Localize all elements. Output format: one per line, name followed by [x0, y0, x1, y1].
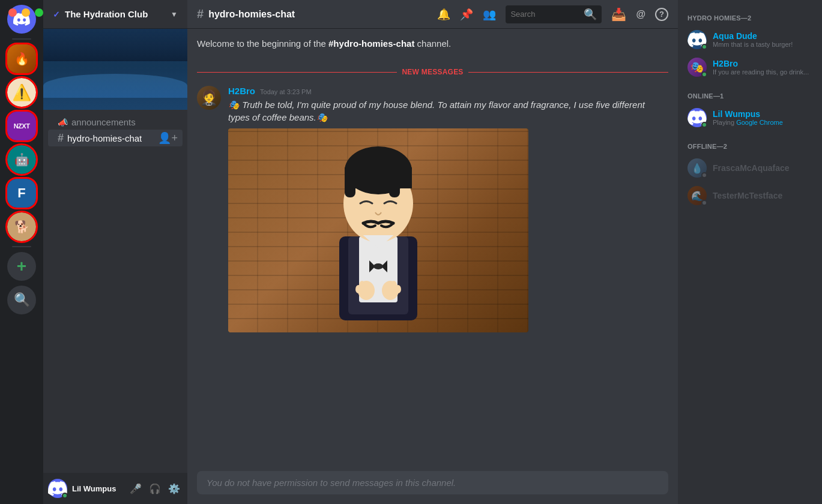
member-info: TesterMcTestface	[713, 191, 812, 200]
list-item[interactable]: 🎭 H2Bro If you are reading this, go drin…	[683, 54, 817, 80]
current-user-avatar	[48, 479, 67, 498]
main-chat-area: # hydro-homies-chat 🔔 📌 👥 🔍 📥 @ ?	[187, 0, 678, 504]
member-avatar-lil-wumpus	[688, 108, 707, 127]
server-divider	[12, 38, 31, 40]
channel-announcements[interactable]: 📣 announcements	[48, 115, 183, 129]
server-icon-nzxt[interactable]: NZXT	[7, 112, 36, 140]
channel-hydro-label: hydro-homies-chat	[67, 133, 142, 143]
member-info: Aqua Dude Mmm that is a tasty burger!	[713, 31, 812, 48]
server-sidebar: 🔥 ⚠️ NZXT 🤖 F 🐕 + 🔍	[0, 0, 43, 504]
chat-channel-title: # hydro-homies-chat	[197, 7, 295, 21]
message-header: H2Bro Today at 3:23 PM	[228, 86, 668, 96]
user-area: Lil Wumpus 🎤 🎧 ⚙️	[43, 473, 187, 504]
chat-messages: Welcome to the beginning of the #hydro-h…	[187, 29, 678, 466]
server-nzxt-label: NZXT	[14, 122, 30, 130]
welcome-text: Welcome to the beginning of the #hydro-h…	[197, 38, 668, 49]
help-button[interactable]: ?	[655, 8, 668, 21]
member-name: Lil Wumpus	[713, 109, 812, 119]
welcome-message: Welcome to the beginning of the #hydro-h…	[197, 38, 668, 58]
member-avatar-aqua-dude	[688, 30, 707, 49]
channel-hash-header: #	[197, 7, 204, 21]
mic-button[interactable]: 🎤	[127, 481, 144, 497]
minimize-button[interactable]	[22, 8, 30, 17]
list-item[interactable]: 🌊 TesterMcTestface	[683, 182, 817, 209]
message-image-placeholder	[228, 128, 528, 332]
server-icon-teal[interactable]: 🤖	[7, 145, 36, 174]
mention-button[interactable]: @	[636, 9, 645, 20]
server-checkmark-icon: ✓	[53, 10, 60, 19]
members-section-offline: OFFLINE—2	[683, 138, 817, 152]
user-status-indicator	[62, 493, 68, 499]
channel-hydro-homies-chat[interactable]: # hydro-homies-chat 👤+	[48, 130, 183, 146]
member-activity: If you are reading this, go drink...	[713, 68, 812, 76]
search-input[interactable]	[510, 10, 580, 19]
pinned-messages-button[interactable]: 📌	[460, 8, 473, 21]
server-icon-f[interactable]: F	[7, 179, 36, 208]
channel-sidebar: ✓ The Hydration Club ▼ 📣 announcements #…	[43, 0, 187, 504]
message-text: 🎭 Truth be told, I'm quite proud of my h…	[228, 98, 668, 124]
search-icon: 🔍	[584, 8, 597, 21]
list-item[interactable]: Aqua Dude Mmm that is a tasty burger!	[683, 26, 817, 53]
table-row: 🤵 H2Bro Today at 3:23 PM 🎭 Truth be told…	[197, 83, 668, 335]
member-avatar-h2bro: 🎭	[688, 58, 707, 77]
svg-point-11	[395, 285, 401, 293]
member-name: TesterMcTestface	[713, 191, 812, 200]
close-button[interactable]	[8, 8, 17, 17]
server-header[interactable]: ✓ The Hydration Club ▼	[43, 0, 187, 29]
message-author: H2Bro	[228, 86, 255, 96]
server-divider-2	[12, 246, 31, 247]
server-icon-orange[interactable]: 🔥	[7, 44, 36, 73]
channel-name-header: hydro-homies-chat	[208, 9, 295, 20]
member-status-dot	[701, 200, 707, 206]
member-avatar-tester: 🌊	[688, 186, 707, 205]
message-content: H2Bro Today at 3:23 PM 🎭 Truth be told, …	[228, 86, 668, 332]
channel-hash-icon: #	[58, 132, 64, 145]
new-messages-divider: NEW MESSAGES	[197, 68, 668, 76]
member-avatar-frasca: 💧	[688, 158, 707, 178]
svg-rect-16	[345, 167, 412, 188]
list-item[interactable]: Lil Wumpus Playing Google Chrome	[683, 104, 817, 131]
user-controls: 🎤 🎧 ⚙️	[127, 481, 183, 497]
explore-servers-button[interactable]: 🔍	[7, 286, 36, 314]
new-messages-label: NEW MESSAGES	[402, 68, 463, 76]
channel-announcements-label: announcements	[71, 117, 136, 127]
notifications-button[interactable]: 🔔	[437, 8, 450, 21]
server-icon-warning[interactable]: ⚠️	[7, 78, 36, 107]
member-status-dot	[701, 122, 707, 128]
list-item[interactable]: 💧 FrascaMcAquaface	[683, 155, 817, 181]
search-box[interactable]: 🔍	[506, 5, 602, 23]
member-info: Lil Wumpus Playing Google Chrome	[713, 109, 812, 126]
member-info: FrascaMcAquaface	[713, 163, 812, 173]
member-status-dot	[701, 172, 707, 178]
message-image	[228, 128, 528, 332]
window-controls	[8, 8, 43, 17]
current-username: Lil Wumpus	[72, 484, 116, 493]
channel-list: 📣 announcements # hydro-homies-chat 👤+	[43, 110, 187, 473]
member-name: Aqua Dude	[713, 31, 812, 41]
members-list-button[interactable]: 👥	[483, 8, 496, 21]
maximize-button[interactable]	[35, 8, 43, 17]
announcement-icon: 📣	[58, 118, 68, 127]
server-icon-doge[interactable]: 🐕	[7, 212, 36, 241]
svg-point-9	[355, 285, 361, 293]
add-server-button[interactable]: +	[7, 252, 36, 281]
welcome-channel-bold: #hydro-homies-chat	[328, 38, 414, 49]
member-activity: Playing Google Chrome	[713, 119, 812, 126]
member-name: H2Bro	[713, 59, 812, 68]
chat-input-disabled: You do not have permission to send messa…	[197, 471, 668, 494]
member-name: FrascaMcAquaface	[713, 163, 812, 173]
chat-header-icons: 🔔 📌 👥 🔍 📥 @ ?	[437, 5, 668, 23]
members-section-online: ONLINE—1	[683, 88, 817, 102]
member-activity: Mmm that is a tasty burger!	[713, 41, 812, 48]
inbox-button[interactable]: 📥	[611, 7, 626, 22]
members-sidebar: HYDRO HOMIES—2 Aqua Dude Mmm that is a t…	[678, 0, 822, 504]
members-section-hydro-homies: HYDRO HOMIES—2	[683, 10, 817, 24]
server-banner	[43, 29, 187, 110]
member-status-dot	[701, 44, 707, 50]
message-timestamp: Today at 3:23 PM	[260, 88, 312, 95]
headphone-button[interactable]: 🎧	[147, 481, 163, 497]
user-settings-button[interactable]: ⚙️	[166, 481, 183, 497]
member-info: H2Bro If you are reading this, go drink.…	[713, 59, 812, 76]
message-avatar: 🤵	[197, 86, 221, 110]
channel-add-member-button[interactable]: 👤+	[158, 131, 178, 145]
